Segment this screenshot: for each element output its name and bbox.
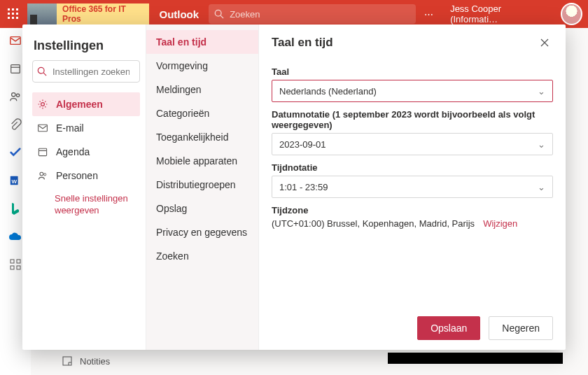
category-label: Agenda — [56, 146, 90, 157]
calendar-icon — [36, 146, 49, 157]
settings-search[interactable] — [32, 60, 140, 83]
svg-rect-6 — [8, 17, 10, 19]
discard-button[interactable]: Negeren — [489, 316, 553, 340]
svg-rect-5 — [16, 13, 18, 15]
timeformat-select[interactable]: 1:01 - 23:59 ⌄ — [272, 176, 553, 198]
search-icon — [37, 66, 47, 76]
svg-point-23 — [38, 67, 44, 73]
people-icon — [36, 170, 49, 181]
svg-rect-0 — [8, 8, 10, 10]
category-calendar[interactable]: Agenda — [32, 140, 140, 164]
category-label: Personen — [56, 170, 98, 181]
notes-folder[interactable]: Notities — [62, 355, 110, 367]
sub-categories[interactable]: Categorieën — [146, 101, 258, 125]
svg-rect-19 — [17, 260, 20, 263]
quick-settings-link[interactable]: Snelle instellingen weergeven — [55, 193, 140, 217]
sub-distribution[interactable]: Distributiegroepen — [146, 173, 258, 197]
svg-point-14 — [12, 93, 15, 97]
timezone-change-link[interactable]: Wijzigen — [483, 218, 517, 229]
sub-notifications[interactable]: Meldingen — [146, 78, 258, 101]
more-actions-button[interactable]: ⋯ — [416, 9, 443, 20]
svg-rect-7 — [12, 17, 14, 19]
dateformat-value: 2023-09-01 — [279, 139, 326, 150]
sub-accessibility[interactable]: Toegankelijkheid — [146, 125, 258, 149]
global-search[interactable] — [209, 4, 416, 24]
svg-point-15 — [16, 94, 19, 97]
preview-placeholder — [388, 353, 563, 364]
sub-privacy[interactable]: Privacy en gegevens — [146, 220, 258, 244]
user-avatar[interactable] — [561, 3, 582, 25]
svg-rect-21 — [17, 266, 20, 269]
svg-text:W: W — [12, 178, 18, 185]
close-icon — [540, 38, 549, 47]
timezone-label: Tijdzone — [272, 205, 553, 215]
svg-rect-4 — [12, 13, 14, 15]
sub-search[interactable]: Zoeken — [146, 244, 258, 268]
save-button[interactable]: Opslaan — [417, 316, 480, 340]
mail-icon — [36, 122, 49, 134]
search-icon — [214, 9, 224, 19]
settings-search-input[interactable] — [51, 66, 131, 78]
timeformat-value: 1:01 - 23:59 — [279, 182, 328, 192]
timeformat-label: Tijdnotatie — [272, 162, 553, 173]
tenant-logo — [27, 3, 57, 24]
settings-title: Instellingen — [34, 38, 139, 53]
svg-rect-26 — [38, 125, 48, 132]
settings-dialog: Instellingen Algemeen E-mail Agenda Pers… — [22, 24, 566, 350]
svg-rect-22 — [63, 357, 71, 365]
app-name: Outlook — [159, 8, 199, 20]
notes-label: Notities — [80, 356, 110, 367]
svg-rect-2 — [16, 8, 18, 10]
language-value: Nederlands (Nederland) — [279, 86, 377, 97]
svg-rect-20 — [10, 266, 14, 269]
svg-point-9 — [215, 10, 221, 16]
svg-rect-11 — [10, 37, 20, 45]
svg-point-25 — [41, 103, 45, 106]
chevron-down-icon: ⌄ — [538, 86, 545, 97]
global-search-input[interactable] — [228, 8, 349, 20]
svg-rect-18 — [10, 260, 14, 263]
svg-line-10 — [220, 15, 223, 18]
dateformat-label: Datumnotatie (1 september 2023 wordt bij… — [272, 109, 553, 130]
panel-title: Taal en tijd — [272, 36, 536, 50]
svg-line-24 — [43, 73, 46, 76]
chevron-down-icon: ⌄ — [538, 139, 545, 150]
gear-icon — [36, 99, 49, 110]
dateformat-select[interactable]: 2023-09-01 ⌄ — [272, 133, 553, 155]
timezone-value: (UTC+01:00) Brussel, Kopenhagen, Madrid,… — [272, 218, 475, 229]
svg-point-29 — [40, 172, 43, 176]
sub-storage[interactable]: Opslag — [146, 197, 258, 220]
user-name-label: Jess Cooper (Informati… — [443, 3, 555, 24]
app-launcher-button[interactable] — [0, 0, 27, 28]
category-label: Algemeen — [56, 99, 103, 110]
tenant-label: Office 365 for IT Pros — [57, 3, 149, 24]
svg-rect-12 — [11, 65, 20, 73]
sub-language-time[interactable]: Taal en tijd — [146, 30, 258, 54]
close-button[interactable] — [536, 34, 553, 51]
svg-point-30 — [44, 174, 46, 176]
language-select[interactable]: Nederlands (Nederland) ⌄ — [272, 80, 553, 102]
sub-appearance[interactable]: Vormgeving — [146, 54, 258, 78]
tenant-badge[interactable]: Office 365 for IT Pros — [27, 3, 150, 24]
category-people[interactable]: Personen — [32, 164, 140, 188]
category-label: E-mail — [56, 122, 84, 134]
category-general[interactable]: Algemeen — [32, 92, 140, 116]
note-icon — [62, 355, 73, 367]
svg-rect-1 — [12, 8, 14, 10]
svg-rect-8 — [16, 17, 18, 19]
sub-mobile[interactable]: Mobiele apparaten — [146, 149, 258, 173]
chevron-down-icon: ⌄ — [538, 182, 545, 192]
svg-rect-3 — [8, 13, 10, 15]
svg-rect-27 — [38, 148, 46, 155]
language-label: Taal — [272, 66, 553, 77]
category-email[interactable]: E-mail — [32, 116, 140, 140]
